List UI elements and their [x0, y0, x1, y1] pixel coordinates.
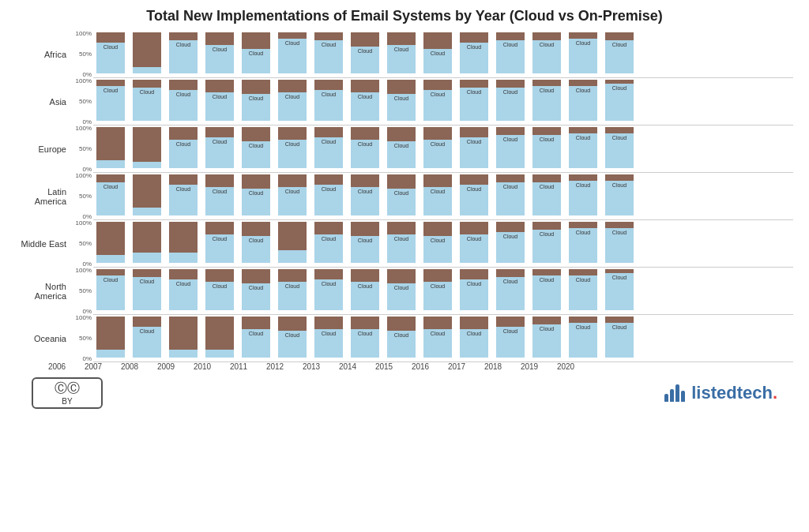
- bar-cloud: Cloud: [387, 234, 416, 263]
- bar-cloud: Cloud: [314, 90, 343, 121]
- bar-col: Cloud: [384, 80, 419, 123]
- bar-col: [130, 127, 164, 170]
- bar-col: [202, 317, 237, 360]
- bar-col: Cloud: [529, 80, 564, 123]
- cloud-label: Cloud: [576, 324, 590, 330]
- y-label: 50%: [79, 193, 92, 200]
- bar-onprem: [605, 127, 634, 133]
- bar-col: Cloud: [275, 174, 310, 218]
- x-label: 2017: [439, 362, 474, 371]
- bar-onprem: [460, 174, 488, 185]
- bar-onprem: [351, 269, 379, 282]
- bar-onprem: [169, 269, 198, 279]
- x-label: 2010: [185, 362, 220, 371]
- bar-cloud: Cloud: [351, 329, 379, 358]
- cloud-label: Cloud: [103, 277, 118, 283]
- bar-onprem: [387, 174, 416, 189]
- cloud-label: Cloud: [612, 324, 627, 330]
- cloud-label: Cloud: [467, 89, 481, 95]
- bar-col: [93, 127, 128, 170]
- bar-onprem: [569, 80, 597, 86]
- bar-col: Cloud: [529, 174, 564, 218]
- x-label: 2012: [258, 362, 292, 371]
- y-label: 50%: [79, 146, 92, 152]
- bar-onprem: [460, 32, 488, 43]
- bar-col: Cloud: [566, 32, 600, 76]
- bar-cloud: Cloud: [205, 234, 234, 263]
- bar-cloud: Cloud: [278, 187, 307, 215]
- cloud-label: Cloud: [358, 238, 372, 243]
- bar-col: Cloud: [239, 317, 273, 360]
- stacked-bar: Cloud: [314, 174, 343, 215]
- bar-cloud: Cloud: [133, 327, 161, 358]
- bar-col: Cloud: [493, 174, 528, 218]
- bar-cloud: Cloud: [169, 185, 198, 215]
- bar-col: [130, 32, 164, 76]
- cloud-label: Cloud: [431, 51, 445, 56]
- chart-area: AfricaAsiaEuropeLatin AmericaMiddle East…: [16, 31, 793, 362]
- bar-col: Cloud: [348, 317, 382, 360]
- bar-cloud: Cloud: [605, 181, 634, 215]
- stacked-bar: Cloud: [278, 174, 307, 215]
- cloud-label: Cloud: [431, 283, 445, 289]
- cloud-label: Cloud: [540, 137, 554, 142]
- stacked-bar: Cloud: [496, 317, 525, 358]
- bar-cloud: Cloud: [314, 40, 343, 73]
- cloud-label: Cloud: [503, 42, 517, 47]
- bar-col: Cloud: [239, 222, 273, 265]
- cloud-label: Cloud: [213, 236, 227, 242]
- bar-col: [130, 222, 164, 265]
- stacked-bar: Cloud: [96, 32, 125, 73]
- cloud-label: Cloud: [358, 94, 372, 99]
- bar-onprem: [532, 222, 561, 230]
- stacked-bar: Cloud: [242, 174, 270, 215]
- cloud-label: Cloud: [503, 234, 517, 239]
- x-label: 2015: [367, 362, 401, 371]
- bar-onprem: [569, 317, 597, 323]
- bar-onprem: [532, 317, 561, 324]
- cloud-label: Cloud: [431, 189, 445, 194]
- stacked-bar: Cloud: [423, 80, 452, 121]
- x-label: 2013: [294, 362, 329, 371]
- bar-col: [166, 317, 201, 360]
- stacked-bar: Cloud: [496, 80, 525, 121]
- y-label: 100%: [76, 78, 92, 84]
- bar-cloud: Cloud: [314, 234, 343, 263]
- bar-cloud: Cloud: [278, 140, 307, 168]
- cloud-label: Cloud: [576, 40, 590, 46]
- y-label: 50%: [79, 99, 92, 105]
- stacked-bar: [169, 317, 198, 358]
- stacked-bar: Cloud: [532, 80, 561, 121]
- bar-cloud: Cloud: [96, 43, 125, 73]
- cloud-label: Cloud: [358, 283, 372, 289]
- stacked-bar: Cloud: [314, 222, 343, 263]
- bar-col: Cloud: [93, 32, 128, 76]
- bar-col: Cloud: [493, 222, 528, 265]
- cloud-label: Cloud: [576, 88, 590, 93]
- cloud-label: Cloud: [176, 141, 190, 147]
- stacked-bar: Cloud: [532, 317, 561, 358]
- cc-icons: ⒸⒸ: [55, 380, 80, 397]
- bar-onprem: [278, 269, 307, 282]
- bar-cloud: Cloud: [460, 137, 488, 168]
- bar-onprem: [387, 80, 416, 94]
- bar-cloud: [278, 250, 307, 263]
- bar-onprem: [314, 80, 343, 90]
- stacked-bar: Cloud: [351, 80, 379, 121]
- bar-onprem: [314, 269, 343, 279]
- bar-col: Cloud: [202, 80, 237, 123]
- bar-cloud: Cloud: [169, 279, 198, 310]
- bar-onprem: [532, 174, 561, 182]
- stacked-bar: Cloud: [423, 317, 452, 358]
- bar-col: Cloud: [493, 269, 528, 313]
- bar-onprem: [351, 222, 379, 236]
- y-label: 100%: [76, 220, 92, 227]
- bar-cloud: Cloud: [532, 135, 561, 168]
- page: Total New Implementations of Email Syste…: [0, 0, 809, 532]
- bar-row-5: CloudCloudCloudCloudCloudCloudCloudCloud…: [93, 268, 793, 315]
- bar-onprem: [496, 222, 525, 232]
- y-axis-5: 100%50%0%: [70, 268, 93, 315]
- bar-col: Cloud: [457, 269, 491, 313]
- region-label-north-america: North America: [16, 268, 70, 315]
- bar-onprem: [460, 317, 488, 329]
